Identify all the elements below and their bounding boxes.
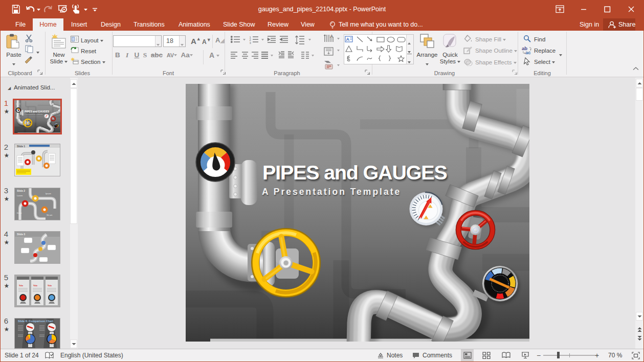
svg-text:Lorem: Lorem bbox=[17, 194, 23, 197]
svg-text:ac: ac bbox=[525, 50, 531, 55]
svg-text:A: A bbox=[330, 34, 334, 39]
svg-text:A: A bbox=[346, 37, 350, 42]
svg-text:Dolor: Dolor bbox=[17, 212, 22, 214]
svg-text:Slide 2: Slide 2 bbox=[17, 189, 25, 192]
svg-text:Title: Title bbox=[19, 284, 24, 287]
svg-text:3: 3 bbox=[250, 41, 252, 44]
svg-text:Slide 1: Slide 1 bbox=[17, 145, 25, 148]
svg-text:Slide 3: Slide 3 bbox=[17, 233, 25, 236]
svg-text:A Presentation Template: A Presentation Template bbox=[262, 187, 401, 197]
svg-text:Sit am: Sit am bbox=[47, 214, 53, 216]
svg-text:PIPES and GAUGES: PIPES and GAUGES bbox=[262, 161, 447, 184]
svg-text:Slide 6: Comparison Chart: Slide 6: Comparison Chart bbox=[18, 320, 53, 323]
svg-text:Title: Title bbox=[33, 284, 38, 287]
svg-text:Title: Title bbox=[48, 284, 52, 287]
svg-text:Ipsum: Ipsum bbox=[46, 192, 52, 195]
